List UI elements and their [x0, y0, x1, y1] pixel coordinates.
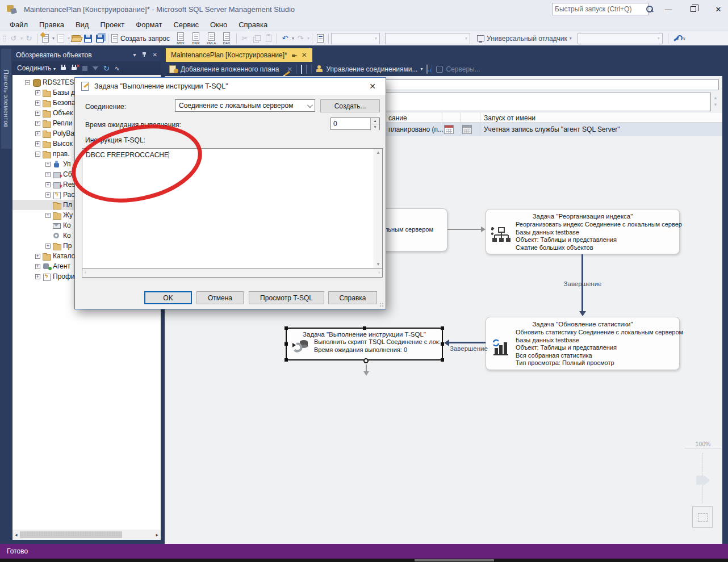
document-tab[interactable]: MaintenancePlan [Конструирование]* ✕	[166, 48, 312, 62]
menu-item[interactable]: Формат	[131, 19, 167, 30]
connector-dot[interactable]	[363, 358, 369, 363]
scroll-left-icon[interactable]: ◂	[15, 532, 18, 538]
selection-handle[interactable]	[284, 342, 288, 346]
new-file-button[interactable]	[40, 32, 51, 45]
menu-item[interactable]: Сервис	[168, 19, 204, 30]
navigate-back-icon[interactable]: ↺	[8, 32, 19, 45]
zoom-fit-button[interactable]	[692, 506, 713, 528]
view-tsql-button[interactable]: Просмотр T-SQL	[249, 291, 324, 304]
activity-monitor-icon[interactable]: ∿	[115, 65, 120, 72]
spin-down-icon[interactable]: ▼	[371, 124, 379, 130]
menu-item[interactable]: Правка	[34, 19, 69, 30]
help-button[interactable]: Справка	[328, 291, 377, 304]
tsql-statement-textarea[interactable]: DBCC FREEPROCCACHE ▲ ▼	[82, 148, 383, 269]
textarea-hscrollbar[interactable]: ‹ ›	[82, 269, 383, 278]
save-all-button[interactable]	[94, 32, 106, 45]
scroll-down-icon[interactable]: ▼	[374, 262, 382, 267]
dmx-query-button[interactable]: DMX	[189, 32, 203, 45]
expand-icon[interactable]: +	[35, 90, 40, 95]
new-query-button[interactable]: Создать запрос	[111, 32, 173, 45]
selection-handle[interactable]	[441, 358, 444, 362]
chevron-down-icon[interactable]: ▾	[20, 36, 23, 41]
dialog-title-bar[interactable]: Задача "Выполнение инструкции T-SQL" ✕	[75, 78, 386, 95]
minimize-button[interactable]: —	[663, 5, 673, 14]
close-button[interactable]: ✕	[713, 5, 723, 14]
chevron-down-icon[interactable]: ▾	[68, 36, 70, 41]
properties-window-button[interactable]	[315, 32, 326, 45]
selection-handle[interactable]	[284, 358, 288, 362]
refresh-icon[interactable]: ↻	[103, 64, 110, 73]
connect-icon[interactable]	[61, 65, 66, 72]
toolbox-tab[interactable]: Панель элементов	[1, 49, 11, 149]
wrench-icon[interactable]	[671, 32, 682, 45]
add-item-button[interactable]	[55, 32, 66, 45]
textarea-vscrollbar[interactable]: ▲ ▼	[374, 149, 382, 268]
dialog-close-icon[interactable]: ✕	[365, 82, 380, 91]
expand-icon[interactable]: +	[35, 111, 40, 116]
precedence-arrow[interactable]	[447, 229, 482, 230]
toolbar-overflow-icon[interactable]: »	[681, 37, 687, 40]
expand-icon[interactable]: +	[45, 192, 51, 198]
menu-item[interactable]: Файл	[5, 19, 33, 30]
xmla-query-button[interactable]: XMLA	[204, 32, 219, 45]
chevron-down-icon[interactable]: ▾	[292, 36, 294, 41]
chevron-down-icon[interactable]: ▾	[307, 36, 309, 41]
navigate-forward-icon[interactable]: ↻	[23, 32, 35, 45]
task-card-reorganize-index[interactable]: Задача "Реорганизация индекса" Реорганиз…	[486, 209, 680, 254]
toolbar-combo-2[interactable]: ▾	[385, 33, 470, 44]
new-connection-button[interactable]: Создать...	[320, 99, 380, 112]
cut-icon[interactable]: ✂	[239, 32, 250, 45]
schedule-calendar-icon[interactable]	[444, 125, 454, 134]
menu-item[interactable]: Окно	[205, 19, 232, 30]
pin-icon[interactable]	[292, 53, 297, 58]
window-position-icon[interactable]: ▾	[133, 52, 136, 58]
menu-item[interactable]: Справка	[233, 19, 273, 30]
resize-grip[interactable]	[379, 303, 384, 307]
selection-handle[interactable]	[441, 342, 444, 346]
toolbar-combo-3[interactable]: ▾	[578, 33, 663, 44]
restore-button[interactable]	[688, 5, 698, 14]
manage-connections-button[interactable]: Управление соединениями... ▾	[316, 65, 422, 73]
scroll-right-icon[interactable]: ▸	[156, 532, 158, 538]
object-explorer-hscrollbar[interactable]: ◂ ▸	[12, 530, 161, 540]
filter-icon[interactable]	[93, 66, 98, 70]
completion-arrow[interactable]	[449, 342, 486, 343]
expand-icon[interactable]: +	[35, 141, 40, 146]
menu-item[interactable]: Проект	[95, 19, 129, 30]
expand-icon[interactable]: +	[45, 182, 51, 187]
dax-query-button[interactable]: DAX	[219, 32, 234, 45]
connect-dropdown[interactable]: Соединить ▾	[17, 64, 56, 72]
pin-icon[interactable]	[142, 52, 147, 58]
paste-icon[interactable]	[263, 32, 274, 45]
zoom-slider-handle[interactable]	[696, 476, 710, 485]
expand-icon[interactable]: +	[35, 100, 40, 106]
task-card-execute-tsql[interactable]: Задача "Выполнение инструкции T-SQL" Вып…	[286, 328, 443, 360]
expand-icon[interactable]: +	[35, 264, 40, 269]
quick-launch-box[interactable]	[552, 3, 648, 15]
expand-icon[interactable]: +	[35, 121, 40, 126]
expand-icon[interactable]: +	[45, 162, 51, 167]
copy-icon[interactable]	[251, 32, 262, 45]
chevron-down-icon[interactable]: ▾	[52, 36, 55, 41]
close-tab-icon[interactable]: ✕	[302, 51, 307, 59]
expand-icon[interactable]: +	[45, 172, 51, 177]
spin-up-icon[interactable]: ▲	[371, 118, 379, 124]
scroll-right-icon[interactable]: ›	[378, 270, 380, 275]
scroll-left-icon[interactable]: ‹	[85, 270, 86, 275]
toolbar-combo-1[interactable]: ▾	[331, 33, 380, 44]
subplan-schedule-button[interactable]	[301, 65, 302, 73]
collapse-icon[interactable]: −	[35, 152, 40, 157]
universal-debugger-button[interactable]: Универсальный отладчик▾	[476, 32, 572, 45]
add-subplan-button[interactable]: Добавление вложенного плана	[169, 65, 279, 73]
open-file-button[interactable]	[70, 32, 82, 45]
save-button[interactable]	[82, 32, 94, 45]
scrollbar-thumb[interactable]	[20, 531, 122, 538]
ok-button[interactable]: OK	[144, 291, 192, 304]
close-panel-icon[interactable]: ✕	[153, 52, 157, 58]
selection-handle[interactable]	[363, 326, 366, 330]
mdx-query-button[interactable]: MDX	[173, 32, 188, 45]
expand-icon[interactable]: +	[45, 213, 51, 218]
timeout-spinner[interactable]: 0 ▲▼	[330, 118, 380, 130]
task-card-update-statistics[interactable]: Задача "Обновление статистики" Обновить …	[486, 317, 680, 370]
connection-select[interactable]: Соединение с локальным сервером	[175, 99, 315, 112]
